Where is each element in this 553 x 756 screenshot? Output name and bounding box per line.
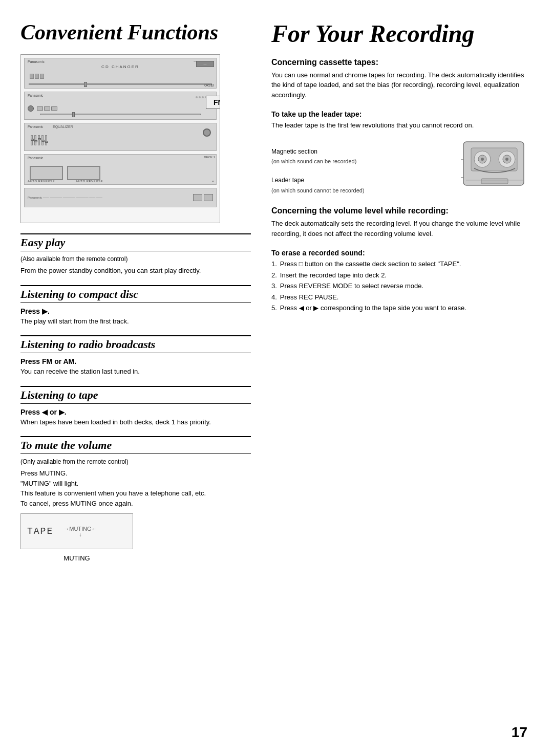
cassette-labels: Magnetic section (on which sound can be … — [271, 137, 461, 196]
device-illustration: Panasonic — ← CD CHANGER — KASE — [20, 54, 220, 223]
svg-point-4 — [481, 158, 484, 161]
unit4-brand: Panasonic — [28, 156, 43, 160]
unit4-end: ∞ — [212, 180, 214, 183]
muting-display: TAPE →MUTING← ↓ — [20, 513, 133, 549]
mute-line1: Press MUTING. — [20, 468, 251, 479]
tape-deck-unit: Panasonic DECK 1 AUTO REVERSE AUTO REVER… — [24, 154, 217, 185]
eq-sliders — [31, 135, 47, 145]
leader-tape-heading: To take up the leader tape: — [271, 110, 527, 118]
cd-changer-unit: Panasonic — ← CD CHANGER — KASE — [24, 58, 217, 89]
erase-section: To erase a recorded sound: 1. Press □ bu… — [271, 249, 527, 313]
listening-cd-body: The play will start from the first track… — [20, 316, 251, 327]
cassette-svg-container — [461, 137, 527, 193]
svg-point-7 — [505, 158, 508, 161]
mute-title: To mute the volume — [20, 436, 251, 454]
cassette-tapes-heading: Concerning cassette tapes: — [271, 58, 527, 67]
volume-level-body: The deck automatically sets the recordin… — [271, 219, 527, 239]
easy-play-section: Easy play (Also available from the remot… — [20, 233, 251, 276]
volume-level-heading: Concerning the volume level while record… — [271, 206, 527, 215]
step-text-2: Insert the recorded tape into deck 2. — [280, 270, 387, 280]
magnetic-label: Magnetic section — [271, 147, 461, 157]
mute-line3: This feature is convenient when you have… — [20, 488, 251, 499]
auto-reverse-label2: AUTO REVERSE — [76, 180, 103, 183]
bottom-panel: Panasonic —— ———— ———— ———— —— —— — [24, 188, 217, 207]
listening-radio-command: Press FM or AM. — [20, 357, 251, 365]
bottom-display-text: Panasonic —— ———— ———— ———— —— —— — [28, 196, 193, 199]
unit2-brand: Panasonic — [28, 94, 43, 97]
step-num-4: 4. — [271, 292, 277, 303]
step-text-1: Press □ button on the cassette deck sect… — [280, 259, 461, 269]
magnetic-sub: (on which sound can be recorded) — [271, 157, 461, 167]
unit1-display: — — [196, 61, 214, 67]
step-num-5: 5. — [271, 303, 277, 313]
listening-radio-body: You can receive the station last tuned i… — [20, 366, 251, 377]
erase-step-5: 5. Press ◀ or ▶ corresponding to the tap… — [271, 303, 527, 313]
mute-line4: To cancel, press MUTING once again. — [20, 499, 251, 509]
step-text-5: Press ◀ or ▶ corresponding to the tape s… — [280, 303, 466, 313]
listening-radio-section: Listening to radio broadcasts Press FM o… — [20, 335, 251, 377]
listening-cd-section: Listening to compact disc Press ▶. The p… — [20, 285, 251, 327]
unit4-model: DECK 1 — [204, 156, 215, 159]
muting-tape-text: TAPE — [27, 526, 53, 536]
erase-step-3: 3. Press REVERSE MODE to select reverse … — [271, 281, 527, 291]
easy-play-body: From the power standby condition, you ca… — [20, 266, 251, 276]
left-page-title: Convenient Functions — [20, 20, 251, 44]
listening-tape-command: Press ◀ or ▶. — [20, 408, 251, 416]
step-num-3: 3. — [271, 281, 277, 291]
page-number: 17 — [512, 724, 527, 741]
fm-am-buttons: FM AM — [206, 96, 220, 109]
svg-rect-8 — [481, 179, 508, 184]
easy-play-title: Easy play — [20, 233, 251, 251]
listening-tape-section: Listening to tape Press ◀ or ▶. When tap… — [20, 386, 251, 427]
erase-heading: To erase a recorded sound: — [271, 249, 527, 257]
listening-cd-command: Press ▶. — [20, 307, 251, 315]
mute-section: To mute the volume (Only available from … — [20, 436, 251, 562]
volume-level-section: Concerning the volume level while record… — [271, 206, 527, 239]
erase-step-2: 2. Insert the recorded tape into deck 2. — [271, 270, 527, 280]
leader-label: Leader tape — [271, 175, 461, 186]
auto-reverse-label1: AUTO REVERSE — [28, 180, 55, 183]
unit3-label: EQUALIZER — [53, 125, 73, 128]
unit3-brand: Panasonic — [28, 125, 43, 128]
easy-play-note: (Also available from the remote control) — [20, 255, 251, 263]
power-knob — [203, 128, 211, 137]
listening-radio-title: Listening to radio broadcasts — [20, 335, 251, 353]
muting-label: MUTING — [20, 554, 133, 562]
unit1-brand: Panasonic — [28, 60, 45, 63]
erase-step-4: 4. Press REC PAUSE. — [271, 292, 527, 303]
cassette-tapes-body: You can use normal and chrome tapes for … — [271, 70, 527, 100]
tuner-unit: Panasonic — [24, 92, 217, 120]
leader-sub: (on which sound cannot be recorded) — [271, 186, 461, 196]
listening-cd-title: Listening to compact disc — [20, 285, 251, 303]
unit1-slider — [29, 83, 212, 85]
listening-tape-title: Listening to tape — [20, 386, 251, 404]
cassette-illustration: Magnetic section (on which sound can be … — [271, 137, 527, 196]
right-page-title: For Your Recording — [271, 20, 527, 48]
mute-note: (Only available from the remote control) — [20, 458, 251, 465]
tuner-buttons — [37, 106, 57, 111]
leader-tape-section: To take up the leader tape: The leader t… — [271, 110, 527, 196]
tuner-slider — [40, 114, 201, 115]
step-text-3: Press REVERSE MODE to select reverse mod… — [280, 281, 423, 291]
muting-indicator: →MUTING← ↓ — [63, 526, 97, 537]
leader-tape-body: The leader tape is the first few revolut… — [271, 120, 527, 131]
cassette-tapes-section: Concerning cassette tapes: You can use n… — [271, 58, 527, 100]
step-text-4: Press REC PAUSE. — [280, 292, 339, 303]
mute-line2: "MUTING" will light. — [20, 479, 251, 489]
listening-tape-body: When tapes have been loaded in both deck… — [20, 417, 251, 427]
step-num-2: 2. — [271, 270, 277, 280]
fm-button[interactable]: FM — [206, 96, 220, 109]
tuner-knob — [28, 105, 34, 112]
step-num-1: 1. — [271, 259, 277, 269]
bottom-controls — [193, 194, 213, 201]
cassette-drawing-svg — [461, 137, 527, 193]
tape-slots — [30, 166, 100, 180]
unit1-label: KASEI — [203, 83, 214, 87]
cd-changer-label: CD CHANGER — [101, 64, 139, 69]
erase-step-1: 1. Press □ button on the cassette deck s… — [271, 259, 527, 269]
erase-steps-list: 1. Press □ button on the cassette deck s… — [271, 259, 527, 313]
amp-unit: Panasonic EQUALIZER — [24, 123, 217, 151]
